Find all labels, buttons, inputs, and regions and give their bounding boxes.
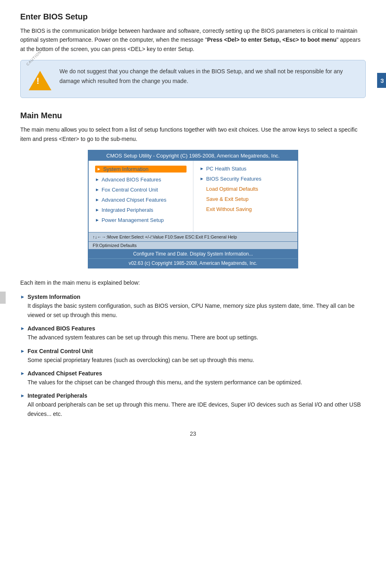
cmos-item-label: Advanced BIOS Features [102,177,161,183]
side-tab: ω [377,73,386,88]
menu-item-title: ► Advanced BIOS Features [20,325,366,332]
enter-bios-heading: Enter BIOS Setup [20,12,366,21]
menu-item-desc: It displays the basic system configurati… [28,301,366,320]
arrow-icon: ► [97,166,101,171]
main-menu-desc: The main menu allows you to select from … [20,125,366,143]
menu-item-title-text: Advanced BIOS Features [28,325,95,332]
cmos-item-label: Power Management Setup [102,217,164,223]
arrow-icon: ► [95,197,100,202]
arrow-icon: ► [20,393,25,398]
intro-paragraph: The BIOS is the communication bridge bet… [20,26,366,53]
cmos-item-label: Save & Exit Setup [206,196,249,202]
arrow-icon: ► [95,207,100,212]
menu-item-title-text: System Information [28,294,81,300]
arrow-icon: ► [95,177,100,182]
cmos-col2-item: Save & Exit Setup [200,196,291,202]
menu-item-desc: The advanced system features can be set … [28,333,366,342]
arrow-icon: ► [20,294,25,300]
cmos-footer-f9: F9:Optimized Defaults [93,243,137,248]
menu-item-title: ► Advanced Chipset Features [20,370,366,377]
cmos-item-label: Load Optimal Defaults [206,186,259,192]
cmos-header: CMOS Setup Utility - Copyright (C) 1985-… [89,151,297,161]
menu-item-title: ► System Information [20,294,366,300]
cmos-item-label: Integrated Peripherals [102,207,153,213]
menu-item-desc: The values for the chipset can be change… [28,378,366,387]
cmos-item-label: PC Health Status [206,166,246,172]
cmos-item-label: Fox Central Control Unit [102,187,158,193]
caution-box: CAUTION We do not suggest that you chang… [20,60,366,98]
menu-item-desc: All onboard peripherals can be set up th… [28,400,366,418]
menu-items-section: ► System Information It displays the bas… [20,294,366,418]
caution-triangle-icon [29,71,51,90]
arrow-icon: ► [20,348,25,354]
cmos-item-label: System Information [103,166,148,172]
intro-bold: Press <Del> to enter Setup, <Esc> to boo… [207,36,337,43]
arrow-icon: ► [200,176,204,181]
main-menu-heading: Main Menu [20,111,366,120]
menu-item-entry: ► Advanced BIOS Features The advanced sy… [20,325,366,342]
arrow-icon: ► [20,326,25,331]
cmos-body: ►System Information►Advanced BIOS Featur… [89,161,297,232]
cmos-screenshot: CMOS Setup Utility - Copyright (C) 1985-… [88,150,298,268]
cmos-footer-bar: ↑↓←→:Move Enter:Select +/-/:Value F10:Sa… [89,232,297,242]
menu-item-title: ► Fox Central Control Unit [20,348,366,354]
arrow-icon: ► [20,371,25,376]
left-marker [0,292,6,304]
menu-item-title-text: Advanced Chipset Features [28,370,102,377]
cmos-col2-item: Load Optimal Defaults [200,186,291,192]
cmos-col1-item: ►Advanced Chipset Features [95,197,187,203]
cmos-col1-item: ►Fox Central Control Unit [95,187,187,193]
caution-text: We do not suggest that you change the de… [59,67,357,86]
cmos-col1-item: ►System Information [95,166,187,173]
arrow-icon: ► [200,166,204,171]
below-text: Each item in the main menu is explained … [20,278,366,287]
cmos-footer-left: ↑↓←→:Move Enter:Select +/-/:Value F10:Sa… [93,234,237,239]
cmos-col2-item: ►PC Health Status [200,166,291,172]
menu-item-entry: ► System Information It displays the bas… [20,294,366,320]
caution-icon-wrap: CAUTION [29,67,53,91]
arrow-icon: ► [95,187,100,192]
cmos-col2-item: Exit Without Saving [200,206,291,212]
menu-item-entry: ► Advanced Chipset Features The values f… [20,370,366,387]
arrow-icon: ► [95,217,100,222]
cmos-item-label: BIOS Security Features [206,176,261,182]
menu-item-entry: ► Integrated Peripherals All onboard per… [20,392,366,418]
cmos-item-label: Exit Without Saving [206,206,252,212]
menu-item-desc: Some special proprietary features (such … [28,356,366,364]
cmos-info-bar: Configure Time and Date. Display System … [89,249,297,258]
cmos-col1-item: ►Integrated Peripherals [95,207,187,213]
cmos-col1-item: ►Advanced BIOS Features [95,177,187,183]
cmos-col1-item: ►Power Management Setup [95,217,187,223]
cmos-item-label: Advanced Chipset Features [102,197,166,203]
page-number: 23 [20,430,366,437]
cmos-col2-item: ►BIOS Security Features [200,176,291,182]
menu-item-title: ► Integrated Peripherals [20,392,366,399]
menu-item-title-text: Fox Central Control Unit [28,348,93,354]
cmos-version-bar: v02.63 (c) Copyright 1985-2008, American… [89,258,297,268]
menu-item-entry: ► Fox Central Control Unit Some special … [20,348,366,364]
cmos-col-left: ►System Information►Advanced BIOS Featur… [89,161,193,232]
menu-item-title-text: Integrated Peripherals [28,392,87,399]
cmos-col-right: ►PC Health Status►BIOS Security Features… [193,161,298,232]
